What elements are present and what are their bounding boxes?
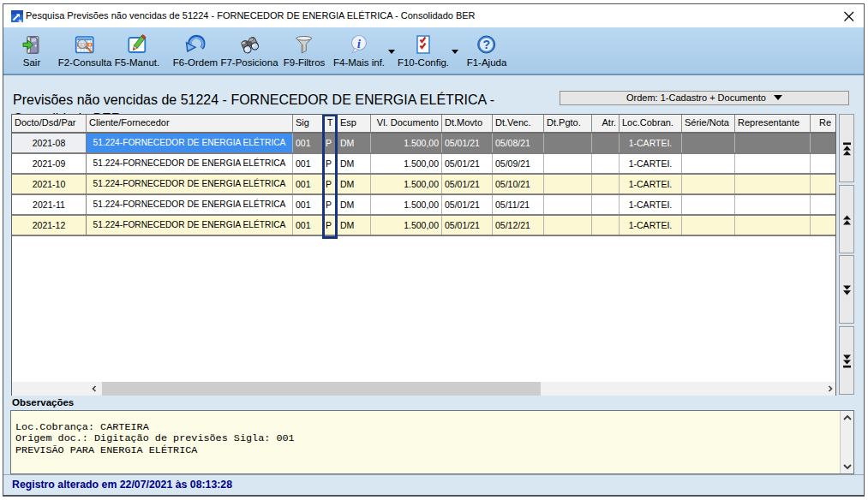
svg-text:?: ? [483, 38, 491, 51]
